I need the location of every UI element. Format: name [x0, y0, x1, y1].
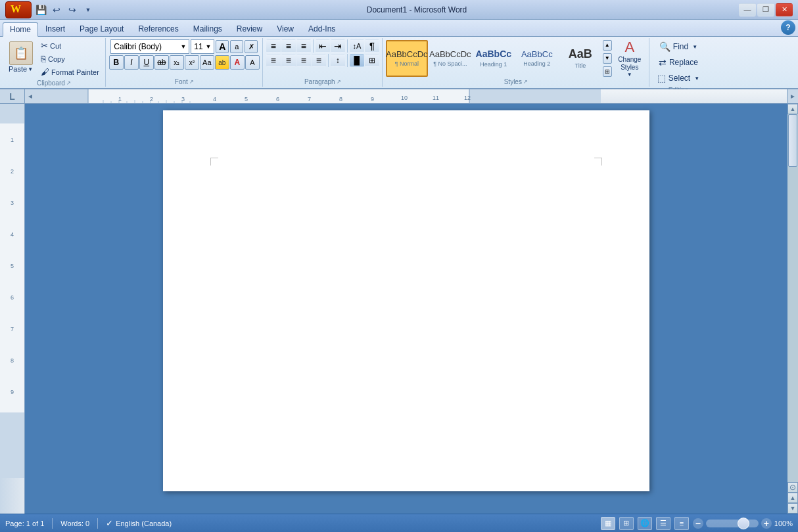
- maximize-button[interactable]: ❐: [757, 3, 774, 16]
- tab-home[interactable]: Home: [3, 22, 38, 37]
- select-button[interactable]: ⬚ Select ▼: [653, 71, 704, 85]
- styles-more-button[interactable]: ⊞: [603, 66, 612, 77]
- ruler-corner[interactable]: L: [0, 89, 25, 103]
- styles-label[interactable]: Styles ↗: [386, 77, 646, 85]
- svg-text:2: 2: [11, 168, 14, 175]
- text-highlight-button[interactable]: ab: [215, 55, 229, 70]
- borders-button[interactable]: ⊞: [365, 54, 379, 67]
- tab-references[interactable]: References: [131, 22, 185, 36]
- style-heading1[interactable]: AaBbCc Heading 1: [473, 40, 515, 77]
- multilevel-list-button[interactable]: ≡: [296, 39, 311, 53]
- view-full-screen-button[interactable]: ⊞: [619, 517, 634, 530]
- change-case-button[interactable]: Aa: [200, 55, 214, 70]
- ruler-scroll-right[interactable]: ►: [787, 89, 798, 103]
- tab-review[interactable]: Review: [229, 22, 270, 36]
- copy-button[interactable]: ⎘ Copy: [37, 53, 103, 65]
- paragraph-label[interactable]: Paragraph ↗: [266, 77, 379, 85]
- cut-button[interactable]: ✂ Cut: [37, 39, 103, 52]
- zoom-thumb[interactable]: [738, 518, 749, 529]
- line-spacing-button[interactable]: ↕: [331, 54, 345, 67]
- format-painter-button[interactable]: 🖌 Format Painter: [37, 66, 103, 78]
- align-left-button[interactable]: ≡: [266, 54, 281, 67]
- scroll-track[interactable]: [787, 114, 798, 482]
- vertical-ruler: 1 2 3 4 5 6 7 8 9: [0, 104, 25, 514]
- subscript-button[interactable]: x₂: [170, 55, 184, 70]
- main-area: 1 2 3 4 5 6 7 8 9 ▲ ⊙ ▲ ▼: [0, 104, 798, 514]
- show-marks-button[interactable]: ¶: [365, 39, 379, 53]
- increase-indent-button[interactable]: ⇥: [331, 39, 345, 53]
- svg-text:8: 8: [339, 96, 342, 102]
- font-content: Calibri (Body) ▼ 11 ▼ A a ✗ B I U ab x₂ …: [109, 39, 260, 77]
- align-center-button[interactable]: ≡: [281, 54, 296, 67]
- save-quick-btn[interactable]: 💾: [34, 3, 47, 16]
- tab-insert[interactable]: Insert: [38, 22, 72, 36]
- bullets-button[interactable]: ≡: [266, 39, 281, 53]
- style-normal-preview: AaBbCcDc: [386, 49, 428, 60]
- superscript-button[interactable]: x²: [185, 55, 199, 70]
- font-label[interactable]: Font ↗: [109, 77, 260, 85]
- tab-page-layout[interactable]: Page Layout: [72, 22, 131, 36]
- underline-button[interactable]: U: [139, 55, 154, 70]
- tab-add-ins[interactable]: Add-Ins: [301, 22, 342, 36]
- styles-scroll-up[interactable]: ▲: [603, 40, 612, 51]
- style-no-spacing[interactable]: AaBbCcDc ¶ No Spaci...: [429, 40, 471, 77]
- replace-button[interactable]: ⇄ Replace: [654, 55, 703, 70]
- font-size-box[interactable]: 11 ▼: [191, 39, 214, 54]
- font-size-value: 11: [194, 42, 202, 51]
- quick-access-dropdown[interactable]: ▼: [82, 3, 95, 16]
- paste-button[interactable]: 📋 Paste ▼: [5, 39, 36, 78]
- document-area[interactable]: [25, 104, 787, 514]
- font-grow-button[interactable]: A: [216, 40, 229, 53]
- styles-scroll-down[interactable]: ▼: [603, 53, 612, 64]
- zoom-slider[interactable]: [706, 520, 759, 527]
- scroll-up-button[interactable]: ▲: [787, 104, 798, 114]
- italic-button[interactable]: I: [124, 55, 139, 70]
- minimize-button[interactable]: —: [739, 3, 756, 16]
- strikethrough-button[interactable]: ab: [154, 55, 169, 70]
- clipboard-section: 📋 Paste ▼ ✂ Cut ⎘ Copy: [3, 38, 106, 87]
- scroll-thumb[interactable]: [788, 114, 797, 167]
- align-right-button[interactable]: ≡: [296, 54, 311, 67]
- tab-view[interactable]: View: [270, 22, 301, 36]
- svg-text:7: 7: [308, 96, 311, 102]
- font-shrink-button[interactable]: a: [230, 40, 243, 53]
- view-draft-button[interactable]: ≡: [674, 517, 689, 530]
- decrease-indent-button[interactable]: ⇤: [316, 39, 330, 53]
- close-button[interactable]: ✕: [776, 3, 793, 16]
- zoom-in-button[interactable]: +: [761, 518, 772, 529]
- font-name-box[interactable]: Calibri (Body) ▼: [110, 39, 189, 54]
- language-indicator: ✓ English (Canada): [106, 518, 172, 528]
- status-right: ▦ ⊞ 🌐 ☰ ≡ − + 100%: [601, 517, 793, 530]
- font-color-button[interactable]: A: [230, 55, 245, 70]
- style-normal[interactable]: AaBbCcDc ¶ Normal: [386, 40, 428, 77]
- tab-mailings[interactable]: Mailings: [186, 22, 229, 36]
- paragraph-expand-icon: ↗: [337, 79, 341, 85]
- sort-button[interactable]: ↕A: [350, 39, 364, 53]
- prev-page-button[interactable]: ▲: [787, 493, 798, 503]
- numbering-button[interactable]: ≡: [281, 39, 296, 53]
- select-browse-object-button[interactable]: ⊙: [787, 482, 798, 493]
- office-button[interactable]: [5, 1, 32, 18]
- view-print-layout-button[interactable]: ▦: [601, 517, 615, 530]
- undo-quick-btn[interactable]: ↩: [50, 3, 63, 16]
- clear-formatting-button[interactable]: ✗: [245, 40, 258, 53]
- next-page-button[interactable]: ▼: [787, 503, 798, 514]
- justify-button[interactable]: ≡: [312, 54, 326, 67]
- bold-button[interactable]: B: [109, 55, 124, 70]
- style-heading2[interactable]: AaBbCc Heading 2: [516, 40, 558, 77]
- change-styles-button[interactable]: A ChangeStyles ▼: [613, 40, 646, 77]
- paste-dropdown-arrow[interactable]: ▼: [28, 66, 33, 72]
- zoom-out-button[interactable]: −: [693, 518, 703, 529]
- clipboard-label[interactable]: Clipboard ↗: [5, 78, 103, 87]
- character-shading-button[interactable]: A: [245, 55, 260, 70]
- tab-stop-icon: L: [9, 91, 15, 102]
- view-web-layout-button[interactable]: 🌐: [638, 517, 652, 530]
- redo-quick-btn[interactable]: ↪: [66, 3, 79, 16]
- ruler-scroll-left[interactable]: ◄: [25, 89, 35, 103]
- shading-button[interactable]: █: [350, 54, 364, 67]
- document-page[interactable]: [163, 110, 649, 491]
- style-title[interactable]: AaB Title: [559, 40, 601, 77]
- view-outline-button[interactable]: ☰: [656, 517, 670, 530]
- help-button[interactable]: ?: [781, 20, 795, 35]
- find-button[interactable]: 🔍 Find ▼: [655, 39, 702, 54]
